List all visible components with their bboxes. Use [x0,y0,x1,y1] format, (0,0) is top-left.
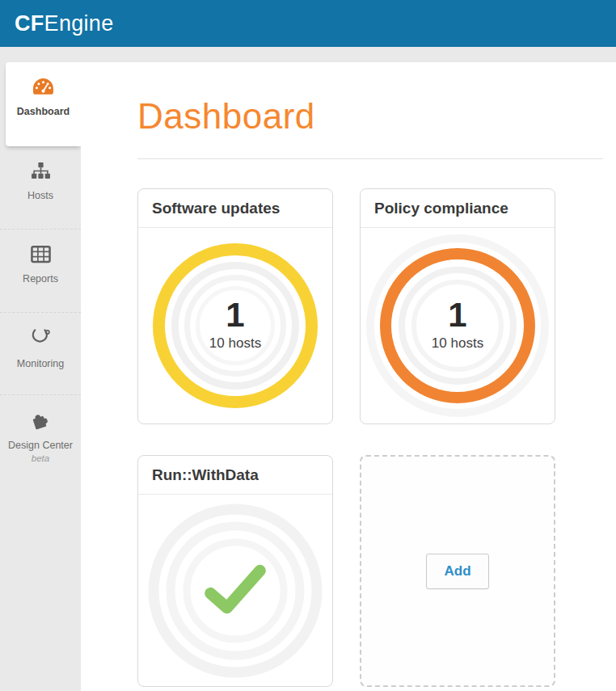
widget-body: 1 10 hosts [138,228,332,423]
main-content-panel: Dashboard Software updates 1 10 hosts Po… [81,62,616,691]
logo-text-light: Engine [44,11,114,36]
sidebar-item-label: Monitoring [17,358,64,371]
widget-run-withdata[interactable]: Run::WithData [137,455,333,687]
puzzle-icon [31,411,50,433]
table-icon [31,245,51,267]
sidebar-item-monitoring[interactable]: Monitoring [0,312,81,394]
gauge-icon [32,78,54,99]
sidebar-item-label: Dashboard [17,106,70,119]
sidebar-item-design-center[interactable]: Design Center beta [0,394,81,490]
widget-body [138,495,332,686]
widget-title: Policy compliance [361,189,555,228]
success-check-icon [200,562,271,620]
cfengine-logo[interactable]: CFEngine [15,11,113,36]
widget-body: 1 10 hosts [361,228,555,423]
add-widget-dropzone[interactable]: Add [360,455,555,687]
widget-title: Software updates [138,189,332,228]
top-navigation-bar: CFEngine [0,0,616,47]
sidebar-navigation: Dashboard Hosts [0,62,81,691]
widget-software-updates[interactable]: Software updates 1 10 hosts [137,188,333,424]
title-divider [137,158,603,159]
sidebar-item-reports[interactable]: Reports [0,229,81,312]
logo-text-bold: CF [15,11,44,36]
sidebar-item-label: Design Center [8,440,73,453]
sidebar-item-label: Hosts [27,190,53,203]
host-count-label: 10 hosts [432,335,483,352]
host-count-label: 10 hosts [209,335,261,352]
beta-badge: beta [32,453,49,463]
donut-center: 1 10 hosts [209,297,261,352]
widget-title: Run::WithData [138,456,332,495]
host-count-value: 1 [432,297,483,333]
host-count-value: 1 [209,297,261,333]
sitemap-icon [31,162,51,183]
donut-center: 1 10 hosts [432,297,483,352]
app-window: CFEngine Dashboard Software updates 1 10… [0,0,616,691]
sidebar-item-hosts[interactable]: Hosts [0,146,81,229]
sidebar-item-label: Reports [23,273,58,286]
add-widget-button[interactable]: Add [426,554,488,589]
page-title: Dashboard [137,96,315,137]
sidebar-item-dashboard[interactable]: Dashboard [6,62,81,146]
widget-policy-compliance[interactable]: Policy compliance 1 10 hosts [360,188,555,424]
stethoscope-icon [31,328,50,352]
